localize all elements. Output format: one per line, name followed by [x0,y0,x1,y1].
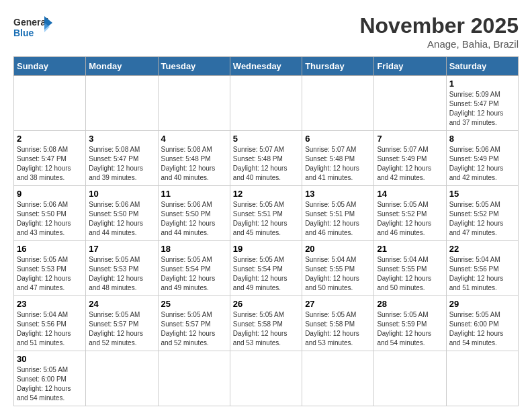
day-number: 9 [17,189,83,199]
location: Anage, Bahia, Brazil [359,38,519,50]
calendar-cell [374,351,446,406]
day-number: 27 [305,299,371,309]
calendar-cell [230,76,302,131]
day-number: 1 [449,79,515,89]
calendar-cell: 24Sunrise: 5:05 AM Sunset: 5:57 PM Dayli… [86,296,158,351]
calendar-cell: 29Sunrise: 5:05 AM Sunset: 6:00 PM Dayli… [446,296,518,351]
header-sunday: Sunday [14,57,86,76]
calendar-week-row: 9Sunrise: 5:06 AM Sunset: 5:50 PM Daylig… [14,186,519,241]
calendar-cell: 1Sunrise: 5:09 AM Sunset: 5:47 PM Daylig… [446,76,518,131]
day-number: 13 [305,189,371,199]
day-number: 23 [17,299,83,309]
calendar-cell: 27Sunrise: 5:05 AM Sunset: 5:58 PM Dayli… [302,296,374,351]
day-info: Sunrise: 5:06 AM Sunset: 5:50 PM Dayligh… [161,200,227,238]
day-info: Sunrise: 5:05 AM Sunset: 6:00 PM Dayligh… [449,310,515,348]
header-thursday: Thursday [302,57,374,76]
calendar-week-row: 30Sunrise: 5:05 AM Sunset: 6:00 PM Dayli… [14,351,519,406]
calendar-cell: 10Sunrise: 5:06 AM Sunset: 5:50 PM Dayli… [86,186,158,241]
header-monday: Monday [86,57,158,76]
calendar-cell: 30Sunrise: 5:05 AM Sunset: 6:00 PM Dayli… [14,351,86,406]
day-info: Sunrise: 5:05 AM Sunset: 5:59 PM Dayligh… [377,310,443,348]
calendar-cell: 14Sunrise: 5:05 AM Sunset: 5:52 PM Dayli… [374,186,446,241]
calendar-week-row: 16Sunrise: 5:05 AM Sunset: 5:53 PM Dayli… [14,241,519,296]
calendar-cell: 15Sunrise: 5:05 AM Sunset: 5:52 PM Dayli… [446,186,518,241]
day-info: Sunrise: 5:08 AM Sunset: 5:48 PM Dayligh… [161,145,227,183]
day-number: 12 [233,189,299,199]
day-info: Sunrise: 5:04 AM Sunset: 5:55 PM Dayligh… [305,255,371,293]
day-info: Sunrise: 5:05 AM Sunset: 5:51 PM Dayligh… [233,200,299,238]
calendar-cell [230,351,302,406]
calendar-cell [446,351,518,406]
svg-text:General: General [13,17,48,28]
calendar-week-row: 2Sunrise: 5:08 AM Sunset: 5:47 PM Daylig… [14,131,519,186]
calendar-cell [158,76,230,131]
calendar-cell: 21Sunrise: 5:04 AM Sunset: 5:55 PM Dayli… [374,241,446,296]
day-number: 24 [89,299,154,309]
page-header: General Blue November 2025 Anage, Bahia,… [13,13,519,50]
day-number: 22 [449,244,515,254]
calendar-cell: 16Sunrise: 5:05 AM Sunset: 5:53 PM Dayli… [14,241,86,296]
day-info: Sunrise: 5:04 AM Sunset: 5:56 PM Dayligh… [17,310,83,348]
day-info: Sunrise: 5:05 AM Sunset: 5:58 PM Dayligh… [305,310,371,348]
day-info: Sunrise: 5:05 AM Sunset: 5:54 PM Dayligh… [161,255,227,293]
day-number: 19 [233,244,299,254]
day-info: Sunrise: 5:06 AM Sunset: 5:50 PM Dayligh… [89,200,154,238]
day-info: Sunrise: 5:07 AM Sunset: 5:49 PM Dayligh… [377,145,443,183]
calendar-cell: 23Sunrise: 5:04 AM Sunset: 5:56 PM Dayli… [14,296,86,351]
calendar-cell: 5Sunrise: 5:07 AM Sunset: 5:48 PM Daylig… [230,131,302,186]
day-number: 14 [377,189,443,199]
day-info: Sunrise: 5:05 AM Sunset: 5:58 PM Dayligh… [233,310,299,348]
weekday-header-row: Sunday Monday Tuesday Wednesday Thursday… [14,57,519,76]
day-number: 5 [233,134,299,144]
calendar-cell [374,76,446,131]
calendar-cell: 28Sunrise: 5:05 AM Sunset: 5:59 PM Dayli… [374,296,446,351]
day-info: Sunrise: 5:05 AM Sunset: 5:51 PM Dayligh… [305,200,371,238]
day-number: 26 [233,299,299,309]
calendar-cell [86,351,158,406]
day-number: 7 [377,134,443,144]
day-number: 17 [89,244,154,254]
header-wednesday: Wednesday [230,57,302,76]
calendar: Sunday Monday Tuesday Wednesday Thursday… [13,56,519,406]
day-info: Sunrise: 5:05 AM Sunset: 6:00 PM Dayligh… [17,365,83,403]
calendar-cell [302,76,374,131]
calendar-cell: 22Sunrise: 5:04 AM Sunset: 5:56 PM Dayli… [446,241,518,296]
day-number: 20 [305,244,371,254]
header-saturday: Saturday [446,57,518,76]
day-number: 18 [161,244,227,254]
day-number: 29 [449,299,515,309]
calendar-cell: 25Sunrise: 5:05 AM Sunset: 5:57 PM Dayli… [158,296,230,351]
day-info: Sunrise: 5:05 AM Sunset: 5:54 PM Dayligh… [233,255,299,293]
calendar-cell: 11Sunrise: 5:06 AM Sunset: 5:50 PM Dayli… [158,186,230,241]
day-number: 28 [377,299,443,309]
day-number: 25 [161,299,227,309]
day-number: 4 [161,134,227,144]
title-block: November 2025 Anage, Bahia, Brazil [359,13,519,50]
header-tuesday: Tuesday [158,57,230,76]
header-friday: Friday [374,57,446,76]
calendar-cell: 4Sunrise: 5:08 AM Sunset: 5:48 PM Daylig… [158,131,230,186]
day-number: 2 [17,134,83,144]
day-info: Sunrise: 5:07 AM Sunset: 5:48 PM Dayligh… [305,145,371,183]
calendar-cell [86,76,158,131]
calendar-cell: 18Sunrise: 5:05 AM Sunset: 5:54 PM Dayli… [158,241,230,296]
logo: General Blue [13,13,54,42]
day-info: Sunrise: 5:06 AM Sunset: 5:49 PM Dayligh… [449,145,515,183]
calendar-cell: 8Sunrise: 5:06 AM Sunset: 5:49 PM Daylig… [446,131,518,186]
day-number: 11 [161,189,227,199]
calendar-cell: 13Sunrise: 5:05 AM Sunset: 5:51 PM Dayli… [302,186,374,241]
day-number: 16 [17,244,83,254]
day-number: 8 [449,134,515,144]
day-number: 3 [89,134,154,144]
day-number: 30 [17,354,83,364]
logo-icon: General Blue [13,13,54,42]
calendar-cell: 9Sunrise: 5:06 AM Sunset: 5:50 PM Daylig… [14,186,86,241]
calendar-cell: 6Sunrise: 5:07 AM Sunset: 5:48 PM Daylig… [302,131,374,186]
day-info: Sunrise: 5:07 AM Sunset: 5:48 PM Dayligh… [233,145,299,183]
day-info: Sunrise: 5:08 AM Sunset: 5:47 PM Dayligh… [89,145,154,183]
calendar-cell: 17Sunrise: 5:05 AM Sunset: 5:53 PM Dayli… [86,241,158,296]
calendar-cell: 19Sunrise: 5:05 AM Sunset: 5:54 PM Dayli… [230,241,302,296]
svg-text:Blue: Blue [13,28,34,38]
day-number: 10 [89,189,154,199]
day-info: Sunrise: 5:04 AM Sunset: 5:55 PM Dayligh… [377,255,443,293]
